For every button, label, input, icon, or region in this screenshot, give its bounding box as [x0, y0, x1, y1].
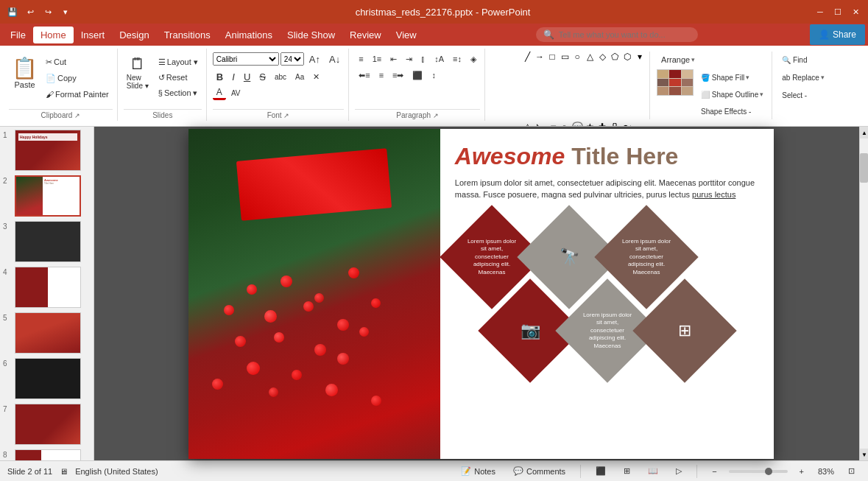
- zoom-thumb[interactable]: [765, 468, 772, 475]
- redo-icon[interactable]: ↪: [41, 5, 54, 18]
- scroll-thumb[interactable]: [860, 153, 868, 183]
- find-button[interactable]: 🔍 Find: [777, 52, 829, 68]
- slide-thumbnail-5[interactable]: [15, 312, 81, 354]
- char-spacing-button[interactable]: AV: [227, 85, 244, 100]
- canvas-area[interactable]: Awesome Title Here Lorem ipsum dolor sit…: [94, 127, 868, 460]
- slide-thumb-8[interactable]: 8: [3, 449, 91, 460]
- smallcaps-button[interactable]: abc: [271, 69, 290, 84]
- menu-review[interactable]: Review: [342, 27, 389, 43]
- reset-button[interactable]: ↺ Reset: [155, 70, 202, 85]
- hexagon-shape[interactable]: ⬡: [621, 52, 633, 62]
- align-right-button[interactable]: ≡➡: [389, 68, 407, 82]
- body-link[interactable]: purus lectus: [692, 190, 735, 199]
- rtriangle-shape[interactable]: ◺: [534, 122, 546, 127]
- customize-icon[interactable]: ▾: [59, 5, 72, 18]
- diamond-shape[interactable]: ◇: [596, 52, 608, 62]
- menu-insert[interactable]: Insert: [74, 27, 113, 43]
- pentagon-shape[interactable]: ⬠: [609, 52, 621, 62]
- slide-thumb-5[interactable]: 5: [3, 312, 91, 354]
- shape-fill-button[interactable]: 🪣 Shape Fill ▾: [696, 69, 768, 85]
- menu-transitions[interactable]: Transitions: [157, 27, 218, 43]
- menu-slideshow[interactable]: Slide Show: [280, 27, 342, 43]
- shape-effects-button[interactable]: Shape Effects -: [696, 103, 768, 119]
- align-center-button[interactable]: ≡: [375, 68, 387, 82]
- slide-thumbnail-2[interactable]: Awesome Title Here: [15, 175, 81, 217]
- slide-thumbnail-1[interactable]: Happy Holidays: [15, 130, 81, 171]
- format-painter-button[interactable]: 🖌Format Painter: [42, 87, 113, 102]
- star-shape[interactable]: ★: [584, 122, 596, 127]
- trap-shape[interactable]: ⏢: [559, 122, 571, 127]
- layout-button[interactable]: ☰ Layout ▾: [155, 55, 202, 69]
- copy-button[interactable]: 📄Copy: [42, 71, 113, 85]
- line-spacing-button[interactable]: ↕: [428, 68, 440, 82]
- rounded-rect-shape[interactable]: ▭: [559, 52, 571, 62]
- slide-thumb-3[interactable]: 3: [3, 221, 91, 262]
- bullets-button[interactable]: ≡: [355, 52, 367, 66]
- zoom-in-button[interactable]: +: [794, 466, 810, 477]
- minimize-button[interactable]: ─: [814, 5, 827, 18]
- bold-button[interactable]: B: [213, 69, 227, 84]
- slide-sorter-button[interactable]: ⊞: [618, 465, 636, 477]
- justify-button[interactable]: ⬛: [409, 68, 426, 82]
- columns-button[interactable]: ⫿: [417, 52, 429, 66]
- wave-shape[interactable]: 〜: [621, 122, 633, 127]
- clear-format-button[interactable]: ✕: [309, 69, 323, 84]
- slide-thumb-6[interactable]: 6: [3, 358, 91, 399]
- slide-thumb-1[interactable]: 1 Happy Holidays: [3, 130, 91, 171]
- comments-button[interactable]: 💬 Comments: [507, 465, 571, 477]
- normal-view-button[interactable]: ⬛: [590, 465, 612, 477]
- new-slide-button[interactable]: 🗒 NewSlide ▾: [124, 52, 152, 93]
- menu-file[interactable]: File: [3, 27, 33, 43]
- freeform-shape[interactable]: △: [521, 122, 533, 127]
- slide-thumbnail-8[interactable]: [15, 449, 81, 460]
- italic-button[interactable]: I: [228, 69, 239, 84]
- fit-slide-button[interactable]: ⊡: [842, 465, 861, 477]
- save-icon[interactable]: 💾: [6, 5, 19, 18]
- maximize-button[interactable]: ☐: [831, 5, 844, 18]
- strikethrough-button[interactable]: S: [255, 69, 269, 84]
- paste-button[interactable]: 📋 Paste: [9, 52, 40, 93]
- smartart-button[interactable]: ◈: [467, 52, 480, 66]
- menu-view[interactable]: View: [389, 27, 424, 43]
- section-button[interactable]: § Section ▾: [155, 85, 202, 100]
- slide-thumb-2[interactable]: 2 Awesome Title Here: [3, 175, 91, 217]
- align-text-button[interactable]: ≡↕: [449, 52, 465, 66]
- cross-shape[interactable]: ✚: [596, 122, 608, 127]
- decrease-indent-button[interactable]: ⇤: [387, 52, 401, 66]
- rect-shape[interactable]: □: [546, 52, 558, 62]
- increase-font-button[interactable]: A↑: [306, 52, 324, 66]
- close-button[interactable]: ✕: [849, 5, 862, 18]
- slide-canvas[interactable]: Awesome Title Here Lorem ipsum dolor sit…: [188, 129, 774, 459]
- slide-thumbnail-6[interactable]: [15, 358, 81, 399]
- decrease-font-button[interactable]: A↓: [325, 52, 344, 66]
- para-shape[interactable]: ▱: [546, 122, 558, 127]
- slide-thumbnail-4[interactable]: [15, 267, 81, 308]
- arrange-button[interactable]: Arrange ▾: [657, 52, 768, 68]
- canvas-scrollbar[interactable]: ▲ ▼: [859, 127, 868, 460]
- oval-shape[interactable]: ○: [571, 52, 583, 62]
- font-family-select[interactable]: Calibri: [213, 52, 279, 66]
- arrow-shape[interactable]: →: [534, 52, 546, 62]
- menu-home[interactable]: Home: [33, 27, 74, 43]
- select-button[interactable]: Select -: [777, 87, 829, 103]
- slideshow-button[interactable]: ▷: [670, 465, 688, 477]
- menu-animations[interactable]: Animations: [218, 27, 280, 43]
- zoom-slider[interactable]: [729, 470, 788, 473]
- text-direction-button[interactable]: ↕A: [431, 52, 448, 66]
- scroll-up-button[interactable]: ▲: [860, 127, 868, 138]
- slide-thumbnail-7[interactable]: [15, 404, 81, 445]
- replace-button[interactable]: ab Replace ▾: [777, 69, 829, 85]
- zoom-out-button[interactable]: −: [706, 466, 722, 477]
- align-left-button[interactable]: ⬅≡: [355, 68, 373, 82]
- undo-icon[interactable]: ↩: [24, 5, 37, 18]
- bracket-shape[interactable]: {}: [609, 122, 621, 127]
- triangle-shape[interactable]: △: [584, 52, 596, 62]
- slide-thumb-4[interactable]: 4: [3, 267, 91, 308]
- allcaps-button[interactable]: Aa: [292, 69, 308, 84]
- font-color-button[interactable]: A: [213, 85, 226, 100]
- search-input[interactable]: [559, 30, 691, 39]
- increase-indent-button[interactable]: ⇥: [402, 52, 416, 66]
- scroll-down-button[interactable]: ▼: [860, 449, 868, 460]
- notes-button[interactable]: 📝 Notes: [455, 465, 501, 477]
- cut-button[interactable]: ✂Cut: [42, 55, 113, 69]
